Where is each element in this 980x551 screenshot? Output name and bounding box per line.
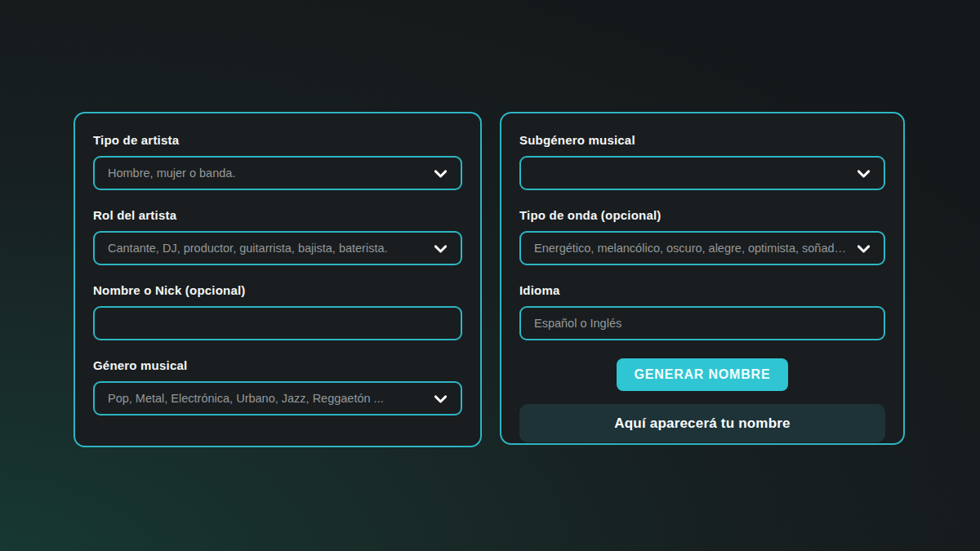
tipo-de-onda-placeholder: Energético, melancólico, oscuro, alegre,… [534, 242, 847, 255]
generated-name-result: Aquí aparecerá tu nombre [519, 404, 885, 442]
generate-button-row: GENERAR NOMBRE [519, 358, 885, 391]
field-group-rol-del-artista: Rol del artista Cantante, DJ, productor,… [93, 208, 462, 265]
tipo-de-onda-select[interactable]: Energético, melancólico, oscuro, alegre,… [519, 231, 885, 265]
chevron-down-icon [855, 165, 872, 182]
nombre-o-nick-label: Nombre o Nick (opcional) [93, 283, 462, 298]
tipo-de-artista-select[interactable]: Hombre, mujer o banda. [93, 156, 462, 190]
field-group-nombre-o-nick: Nombre o Nick (opcional) [93, 283, 462, 340]
artist-form-panel-left: Tipo de artista Hombre, mujer o banda. R… [74, 112, 482, 447]
nombre-o-nick-input[interactable] [93, 306, 462, 340]
tipo-de-artista-label: Tipo de artista [93, 133, 462, 148]
field-group-idioma: Idioma [519, 283, 885, 340]
genero-musical-placeholder: Pop, Metal, Electrónica, Urbano, Jazz, R… [108, 392, 424, 405]
rol-del-artista-placeholder: Cantante, DJ, productor, guitarrista, ba… [108, 242, 424, 255]
rol-del-artista-label: Rol del artista [93, 208, 462, 223]
rol-del-artista-select[interactable]: Cantante, DJ, productor, guitarrista, ba… [93, 231, 462, 265]
chevron-down-icon [432, 390, 449, 407]
genero-musical-select[interactable]: Pop, Metal, Electrónica, Urbano, Jazz, R… [93, 381, 462, 415]
artist-form-panel-right: Subgénero musical Tipo de onda (opcional… [500, 112, 905, 445]
field-group-subgenero-musical: Subgénero musical [519, 133, 885, 190]
field-group-tipo-de-artista: Tipo de artista Hombre, mujer o banda. [93, 133, 462, 190]
genero-musical-label: Género musical [93, 358, 462, 373]
idioma-input[interactable] [519, 306, 885, 340]
chevron-down-icon [855, 240, 872, 257]
generate-name-button[interactable]: GENERAR NOMBRE [617, 358, 789, 391]
idioma-label: Idioma [519, 283, 885, 298]
field-group-tipo-de-onda: Tipo de onda (opcional) Energético, mela… [519, 208, 885, 265]
tipo-de-artista-placeholder: Hombre, mujer o banda. [108, 167, 424, 180]
subgenero-musical-label: Subgénero musical [519, 133, 885, 148]
tipo-de-onda-label: Tipo de onda (opcional) [519, 208, 885, 223]
chevron-down-icon [432, 240, 449, 257]
subgenero-musical-select[interactable] [519, 156, 885, 190]
field-group-genero-musical: Género musical Pop, Metal, Electrónica, … [93, 358, 462, 415]
chevron-down-icon [432, 165, 449, 182]
